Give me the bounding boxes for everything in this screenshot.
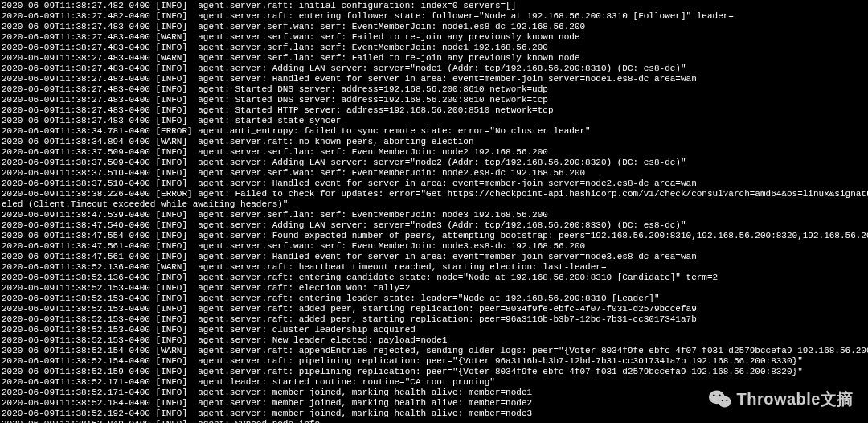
log-line: 2020-06-09T11:38:52.153-0400 [INFO] agen… bbox=[2, 325, 866, 335]
log-line: 2020-06-09T11:38:52.171-0400 [INFO] agen… bbox=[2, 377, 866, 388]
log-line: 2020-06-09T11:38:27.483-0400 [INFO] agen… bbox=[2, 43, 866, 53]
log-line: 2020-06-09T11:38:38.226-0400 [ERROR] age… bbox=[2, 189, 866, 199]
log-line: 2020-06-09T11:38:47.539-0400 [INFO] agen… bbox=[2, 210, 866, 220]
log-line: 2020-06-09T11:38:37.509-0400 [INFO] agen… bbox=[2, 158, 866, 168]
log-line: 2020-06-09T11:38:34.894-0400 [WARN] agen… bbox=[2, 137, 866, 147]
log-line: 2020-06-09T11:38:27.483-0400 [INFO] agen… bbox=[2, 105, 866, 116]
log-line: 2020-06-09T11:38:52.153-0400 [INFO] agen… bbox=[2, 294, 866, 304]
log-line: eled (Client.Timeout exceeded while awai… bbox=[2, 199, 866, 210]
log-line: 2020-06-09T11:38:37.509-0400 [INFO] agen… bbox=[2, 147, 866, 158]
log-line: 2020-06-09T11:38:37.510-0400 [INFO] agen… bbox=[2, 179, 866, 189]
log-line: 2020-06-09T11:38:52.154-0400 [INFO] agen… bbox=[2, 356, 866, 367]
log-line: 2020-06-09T11:38:52.136-0400 [INFO] agen… bbox=[2, 273, 866, 283]
log-line: 2020-06-09T11:38:52.171-0400 [INFO] agen… bbox=[2, 388, 866, 398]
terminal-output[interactable]: 2020-06-09T11:38:27.482-0400 [INFO] agen… bbox=[0, 0, 868, 423]
log-line: 2020-06-09T11:38:47.561-0400 [INFO] agen… bbox=[2, 241, 866, 252]
log-line: 2020-06-09T11:38:52.153-0400 [INFO] agen… bbox=[2, 283, 866, 294]
log-line: 2020-06-09T11:38:27.483-0400 [INFO] agen… bbox=[2, 64, 866, 74]
log-line: 2020-06-09T11:38:52.153-0400 [INFO] agen… bbox=[2, 304, 866, 314]
log-line: 2020-06-09T11:38:52.159-0400 [INFO] agen… bbox=[2, 367, 866, 377]
log-line: 2020-06-09T11:38:52.153-0400 [INFO] agen… bbox=[2, 335, 866, 346]
log-line: 2020-06-09T11:38:27.483-0400 [INFO] agen… bbox=[2, 116, 866, 126]
log-line: 2020-06-09T11:38:52.849-0400 [INFO] agen… bbox=[2, 419, 866, 423]
log-line: 2020-06-09T11:38:37.510-0400 [INFO] agen… bbox=[2, 168, 866, 179]
log-line: 2020-06-09T11:38:27.483-0400 [INFO] agen… bbox=[2, 22, 866, 32]
log-line: 2020-06-09T11:38:27.483-0400 [INFO] agen… bbox=[2, 95, 866, 105]
log-line: 2020-06-09T11:38:47.561-0400 [INFO] agen… bbox=[2, 252, 866, 262]
log-line: 2020-06-09T11:38:27.483-0400 [WARN] agen… bbox=[2, 32, 866, 43]
log-line: 2020-06-09T11:38:47.540-0400 [INFO] agen… bbox=[2, 220, 866, 231]
log-line: 2020-06-09T11:38:27.482-0400 [INFO] agen… bbox=[2, 1, 866, 11]
log-line: 2020-06-09T11:38:47.554-0400 [INFO] agen… bbox=[2, 231, 866, 241]
log-line: 2020-06-09T11:38:52.153-0400 [INFO] agen… bbox=[2, 314, 866, 325]
log-line: 2020-06-09T11:38:27.483-0400 [INFO] agen… bbox=[2, 84, 866, 95]
log-line: 2020-06-09T11:38:27.483-0400 [INFO] agen… bbox=[2, 74, 866, 84]
log-line: 2020-06-09T11:38:52.154-0400 [WARN] agen… bbox=[2, 346, 866, 356]
log-line: 2020-06-09T11:38:52.136-0400 [WARN] agen… bbox=[2, 262, 866, 273]
log-line: 2020-06-09T11:38:52.184-0400 [INFO] agen… bbox=[2, 398, 866, 409]
log-line: 2020-06-09T11:38:34.781-0400 [ERROR] age… bbox=[2, 126, 866, 137]
log-line: 2020-06-09T11:38:27.482-0400 [INFO] agen… bbox=[2, 11, 866, 22]
log-line: 2020-06-09T11:38:27.483-0400 [WARN] agen… bbox=[2, 53, 866, 64]
log-line: 2020-06-09T11:38:52.192-0400 [INFO] agen… bbox=[2, 409, 866, 419]
